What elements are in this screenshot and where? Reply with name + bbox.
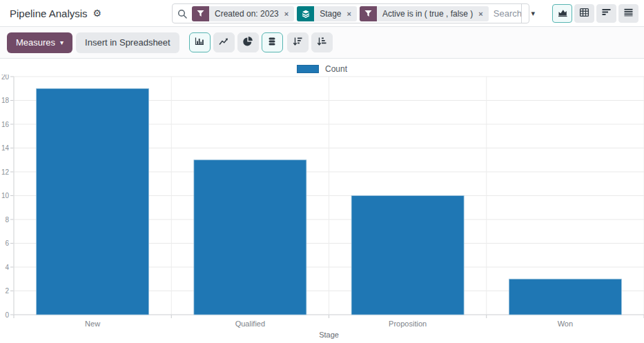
stacked-icon bbox=[267, 37, 277, 49]
facet-remove-icon[interactable]: × bbox=[284, 6, 294, 21]
facet-filter-active[interactable]: Active is in ( true , false ) × bbox=[360, 6, 489, 21]
facet-label: Stage bbox=[314, 6, 346, 21]
facet-label: Created on: 2023 bbox=[209, 6, 284, 21]
chart-section: Count 02468101214161820NewQualifiedPropo… bbox=[0, 59, 644, 343]
svg-text:4: 4 bbox=[5, 264, 9, 271]
chart-legend[interactable]: Count bbox=[0, 59, 644, 75]
page-title: Pipeline Analysis bbox=[10, 8, 88, 19]
legend-label: Count bbox=[325, 64, 347, 74]
caret-down-icon: ▾ bbox=[60, 39, 64, 46]
sort-descending-icon bbox=[292, 37, 303, 49]
svg-text:18: 18 bbox=[1, 97, 10, 104]
view-list-button[interactable] bbox=[618, 4, 638, 23]
pie-chart-icon bbox=[242, 36, 253, 50]
svg-text:Won: Won bbox=[558, 320, 573, 328]
bar-chart-button[interactable] bbox=[189, 32, 211, 52]
area-chart-icon bbox=[557, 8, 568, 20]
search-input[interactable] bbox=[494, 4, 521, 23]
sort-buttons bbox=[287, 32, 333, 52]
list-icon bbox=[623, 8, 634, 20]
facet-remove-icon[interactable]: × bbox=[478, 6, 488, 21]
view-cohort-button[interactable] bbox=[596, 4, 616, 23]
svg-text:16: 16 bbox=[1, 121, 10, 128]
facet-label: Active is in ( true , false ) bbox=[377, 6, 478, 21]
insert-in-spreadsheet-button[interactable]: Insert in Spreadsheet bbox=[76, 32, 179, 53]
bar-chart-icon bbox=[194, 37, 205, 49]
sort-ascending-button[interactable] bbox=[311, 32, 333, 52]
svg-text:20: 20 bbox=[1, 75, 10, 81]
view-switcher bbox=[552, 4, 638, 23]
legend-swatch bbox=[297, 65, 319, 73]
svg-text:Qualified: Qualified bbox=[235, 320, 265, 328]
bar-chart-canvas[interactable]: 02468101214161820NewQualifiedProposition… bbox=[0, 75, 644, 343]
layers-icon bbox=[297, 6, 314, 21]
svg-text:Proposition: Proposition bbox=[389, 320, 427, 328]
search-bar[interactable]: Created on: 2023 × Stage × bbox=[172, 3, 529, 23]
line-chart-icon bbox=[218, 37, 229, 49]
facet-groupby-stage[interactable]: Stage × bbox=[297, 6, 357, 21]
cohort-icon bbox=[601, 8, 612, 20]
facet-remove-icon[interactable]: × bbox=[347, 6, 357, 21]
view-graph-button[interactable] bbox=[552, 4, 572, 23]
stacked-toggle-button[interactable] bbox=[262, 32, 283, 52]
svg-text:6: 6 bbox=[5, 239, 9, 247]
view-pivot-button[interactable] bbox=[574, 4, 594, 23]
pivot-table-icon bbox=[579, 8, 589, 20]
svg-text:8: 8 bbox=[5, 216, 9, 224]
filter-funnel-icon bbox=[192, 6, 209, 21]
line-chart-button[interactable] bbox=[213, 32, 235, 52]
sort-ascending-icon bbox=[316, 37, 327, 49]
caret-down-icon: ▾ bbox=[531, 9, 536, 18]
gear-icon[interactable]: ⚙ bbox=[93, 8, 102, 18]
search-dropdown-toggle[interactable]: ▾ bbox=[521, 4, 545, 23]
svg-text:0: 0 bbox=[5, 311, 9, 319]
chart-type-buttons bbox=[189, 32, 283, 52]
control-panel: Measures ▾ Insert in Spreadsheet bbox=[0, 27, 644, 59]
search-icon bbox=[177, 9, 187, 19]
pie-chart-button[interactable] bbox=[237, 32, 259, 52]
svg-text:New: New bbox=[85, 320, 100, 328]
svg-text:14: 14 bbox=[1, 144, 10, 152]
measures-button[interactable]: Measures ▾ bbox=[7, 32, 72, 53]
filter-funnel-icon bbox=[360, 6, 377, 21]
svg-text:10: 10 bbox=[1, 192, 10, 199]
facet-filter-created-on[interactable]: Created on: 2023 × bbox=[192, 6, 294, 21]
sort-descending-button[interactable] bbox=[287, 32, 309, 52]
svg-text:Stage: Stage bbox=[319, 331, 339, 339]
search-facets: Created on: 2023 × Stage × bbox=[192, 6, 489, 21]
top-navbar: Pipeline Analysis ⚙ Created on: 2023 × bbox=[0, 0, 644, 27]
svg-text:2: 2 bbox=[5, 287, 9, 295]
svg-text:12: 12 bbox=[1, 168, 10, 176]
